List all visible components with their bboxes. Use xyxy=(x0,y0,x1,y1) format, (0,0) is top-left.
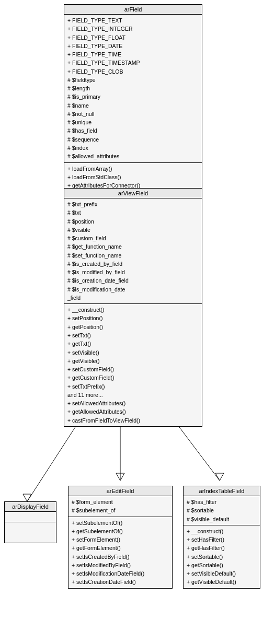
arViewField-s2-13: + castFromFieldToViewField() xyxy=(67,416,199,425)
arDisplayField-section1 xyxy=(5,512,56,522)
arField-s1-10: # $name xyxy=(67,101,199,110)
arEditField-title: arEditField xyxy=(68,486,172,496)
arViewField-s2-9: + setTxtPrefix() xyxy=(67,382,199,391)
arEditField-s2-4: + setIsCreatedByField() xyxy=(72,553,169,561)
arViewField-box: arViewField # $txt_prefix # $txt # $posi… xyxy=(64,188,202,427)
arField-title: arField xyxy=(64,5,202,15)
arDisplayField-section2 xyxy=(5,522,56,533)
arField-s1-1: + FIELD_TYPE_INTEGER xyxy=(67,25,199,33)
arEditField-section1: # $form_element # $subelement_of xyxy=(68,496,172,517)
arField-s1-12: # $unique xyxy=(67,118,199,126)
arIndexTableField-s1-0: # $has_filter xyxy=(187,498,257,506)
arViewField-s2-10: and 11 more... xyxy=(67,391,199,399)
arViewField-s2-11: + setAllowedAttributes() xyxy=(67,399,199,407)
arField-s1-15: # $index xyxy=(67,144,199,152)
arIndexTableField-s2-1: + setHasFilter() xyxy=(187,535,257,544)
diagram-container: arField + FIELD_TYPE_TEXT + FIELD_TYPE_I… xyxy=(0,0,263,644)
arIndexTableField-title: arIndexTableField xyxy=(184,486,260,496)
arViewField-s1-5: # $get_function_name xyxy=(67,242,199,251)
arViewField-s2-2: + getPosition() xyxy=(67,323,199,331)
arIndexTableField-s2-3: + setSortable() xyxy=(187,553,257,561)
arEditField-s1-1: # $subelement_of xyxy=(72,506,169,514)
arIndexTableField-s2-0: + __construct() xyxy=(187,527,257,535)
arField-s1-5: + FIELD_TYPE_TIMESTAMP xyxy=(67,58,199,67)
arViewField-s1-2: # $position xyxy=(67,217,199,226)
arDisplayField-box: arDisplayField xyxy=(4,501,56,543)
svg-marker-7 xyxy=(23,494,31,501)
arViewField-s2-4: + getTxt() xyxy=(67,339,199,348)
arIndexTableField-s2-6: + getVisibleDefault() xyxy=(187,578,257,586)
svg-marker-3 xyxy=(116,473,124,481)
arViewField-s1-3: # $visible xyxy=(67,226,199,234)
arIndexTableField-s1-2: # $visible_default xyxy=(187,515,257,523)
arField-s2-0: + loadFromArray() xyxy=(67,165,199,173)
arViewField-s2-0: + __construct() xyxy=(67,306,199,314)
arViewField-s1-0: # $txt_prefix xyxy=(67,200,199,208)
arField-s1-13: # $has_field xyxy=(67,126,199,135)
arField-section1: + FIELD_TYPE_TEXT + FIELD_TYPE_INTEGER +… xyxy=(64,15,202,163)
arIndexTableField-s2-2: + getHasFilter() xyxy=(187,544,257,552)
arViewField-s1-4: # $custom_field xyxy=(67,234,199,242)
arField-s2-1: + loadFromStdClass() xyxy=(67,173,199,181)
arViewField-section2: + __construct() + setPosition() + getPos… xyxy=(64,304,202,426)
arViewField-s2-7: + setCustomField() xyxy=(67,365,199,373)
svg-marker-5 xyxy=(215,473,224,481)
arIndexTableField-s2-4: + getSortable() xyxy=(187,561,257,569)
arField-s1-0: + FIELD_TYPE_TEXT xyxy=(67,16,199,25)
arViewField-s1-10: # $is_modification_date xyxy=(67,285,199,294)
arViewField-s2-6: + getVisible() xyxy=(67,357,199,365)
arField-s1-8: # $length xyxy=(67,84,199,92)
arField-s1-14: # $sequence xyxy=(67,135,199,144)
arViewField-s1-6: # $set_function_name xyxy=(67,251,199,260)
arViewField-s2-3: + setTxt() xyxy=(67,331,199,339)
arViewField-s1-8: # $is_modified_by_field xyxy=(67,268,199,276)
arEditField-s2-7: + setIsCreationDateField() xyxy=(72,578,169,586)
arField-s1-2: + FIELD_TYPE_FLOAT xyxy=(67,33,199,42)
arIndexTableField-box: arIndexTableField # $has_filter # $sorta… xyxy=(183,486,260,589)
arEditField-s1-0: # $form_element xyxy=(72,498,169,506)
arEditField-s2-1: + getSubelementOf() xyxy=(72,527,169,535)
arIndexTableField-section1: # $has_filter # $sortable # $visible_def… xyxy=(184,496,260,525)
arIndexTableField-s1-1: # $sortable xyxy=(187,506,257,514)
arViewField-s1-11: _field xyxy=(67,294,199,302)
arViewField-s1-1: # $txt xyxy=(67,208,199,217)
arEditField-s2-2: + setFormElement() xyxy=(72,535,169,544)
arIndexTableField-section2: + __construct() + setHasFilter() + getHa… xyxy=(184,525,260,588)
arEditField-s2-6: + setIsModificationDateField() xyxy=(72,569,169,578)
arField-s1-16: # $allowed_attributes xyxy=(67,152,199,160)
arField-s1-11: # $not_null xyxy=(67,110,199,118)
arViewField-s2-1: + setPosition() xyxy=(67,314,199,322)
arField-s1-6: + FIELD_TYPE_CLOB xyxy=(67,67,199,76)
arDisplayField-title: arDisplayField xyxy=(5,502,56,512)
arIndexTableField-s2-5: + setVisibleDefault() xyxy=(187,569,257,578)
arEditField-section2: + setSubelementOf() + getSubelementOf() … xyxy=(68,517,172,588)
arEditField-s2-0: + setSubelementOf() xyxy=(72,519,169,527)
arViewField-s2-5: + setVisible() xyxy=(67,348,199,357)
arViewField-title: arViewField xyxy=(64,189,202,198)
arField-s1-4: + FIELD_TYPE_TIME xyxy=(67,50,199,58)
arField-s1-7: # $fieldtype xyxy=(67,76,199,84)
arViewField-s2-12: + getAllowedAttributes() xyxy=(67,407,199,416)
arField-s1-3: + FIELD_TYPE_DATE xyxy=(67,42,199,50)
arViewField-s1-7: # $is_created_by_field xyxy=(67,260,199,268)
arEditField-s2-5: + setIsModifiedByField() xyxy=(72,561,169,569)
arViewField-s2-8: + getCustomField() xyxy=(67,373,199,382)
arViewField-s1-9: # $is_creation_date_field xyxy=(67,276,199,285)
arViewField-section1: # $txt_prefix # $txt # $position # $visi… xyxy=(64,198,202,304)
arField-s1-9: # $is_primary xyxy=(67,92,199,101)
arEditField-box: arEditField # $form_element # $subelemen… xyxy=(68,486,173,589)
arEditField-s2-3: + getFormElement() xyxy=(72,544,169,552)
